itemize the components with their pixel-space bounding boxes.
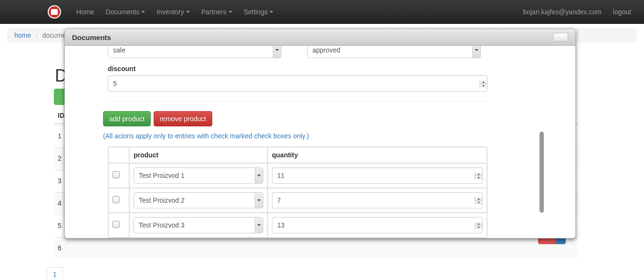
product-select-value: Test Proizvod 2 <box>139 196 185 204</box>
spinner[interactable]: ▲▼ <box>475 172 482 179</box>
product-select[interactable]: Test Proizvod 1 <box>134 167 263 184</box>
discount-label: discount <box>108 65 532 72</box>
th-quantity: quantity <box>268 147 487 163</box>
add-button-bg[interactable] <box>54 89 64 105</box>
chevron-down-icon <box>275 49 279 51</box>
spinner-down-icon[interactable]: ▼ <box>480 84 487 87</box>
breadcrumb-current: docume <box>42 31 66 39</box>
hint-text: (All acions apply only to entries with c… <box>103 132 532 140</box>
chevron-down-icon <box>229 11 232 13</box>
modal-close-button[interactable] <box>553 33 568 41</box>
quantity-input[interactable]: 7▲▼ <box>272 192 483 208</box>
spinner-up-icon[interactable]: ▲ <box>475 172 482 176</box>
spinner-down-icon[interactable]: ▼ <box>475 226 482 229</box>
brand-logo[interactable] <box>48 5 61 19</box>
nav-partners-label: Partners <box>201 8 227 16</box>
product-select[interactable]: Test Proizvod 3 <box>134 217 263 233</box>
spinner[interactable]: ▲▼ <box>479 80 487 87</box>
row-checkbox[interactable] <box>113 196 120 203</box>
quantity-value: 13 <box>277 221 285 229</box>
chevron-down-icon <box>186 11 190 13</box>
breadcrumb-home[interactable]: home <box>14 31 31 39</box>
navbar: Home Documents Inventory Partners Settin… <box>0 0 644 24</box>
row-checkbox[interactable] <box>113 221 120 228</box>
nav-logout-label: logout <box>613 8 631 16</box>
status-select-value: approved <box>312 46 340 54</box>
dropdown-toggle[interactable] <box>255 217 263 233</box>
spinner[interactable]: ▲▼ <box>475 222 482 229</box>
status-select[interactable]: approved <box>307 46 481 58</box>
chevron-down-icon <box>257 199 261 201</box>
table-row: Test Proizvod 3 13▲▼ <box>108 213 487 238</box>
chevron-down-icon <box>475 49 478 51</box>
th-product: product <box>129 147 268 163</box>
remove-product-button[interactable]: remove product <box>154 111 212 126</box>
quantity-value: 11 <box>277 172 285 179</box>
spinner-down-icon[interactable]: ▼ <box>475 201 482 204</box>
type-select-value: sale <box>113 46 125 54</box>
spinner-up-icon[interactable]: ▲ <box>475 222 482 226</box>
spinner-up-icon[interactable]: ▲ <box>480 80 487 84</box>
add-product-button[interactable]: add product <box>103 111 151 126</box>
nav-logout[interactable]: logout <box>607 1 637 23</box>
modal-header: Documents <box>65 29 575 46</box>
nav-left: Home Documents Inventory Partners Settin… <box>71 1 354 23</box>
nav-user[interactable]: bojan.kajfes@yandex.com <box>517 1 607 23</box>
spinner-down-icon[interactable]: ▼ <box>475 176 482 179</box>
chevron-down-icon <box>141 11 145 13</box>
products-table: product quantity Test Proizvod 1 11▲▼ Te… <box>108 146 488 238</box>
chevron-down-icon <box>257 175 261 176</box>
chevron-down-icon <box>270 11 273 13</box>
type-select[interactable]: sale <box>108 46 281 58</box>
scrollbar-thumb[interactable] <box>540 132 544 213</box>
table-row: Test Proizvod 2 7▲▼ <box>108 188 487 213</box>
spinner-up-icon[interactable]: ▲ <box>475 197 482 201</box>
row-checkbox[interactable] <box>113 171 120 178</box>
quantity-input[interactable]: 11▲▼ <box>272 167 483 184</box>
dropdown-toggle[interactable] <box>255 168 263 183</box>
nav-settings-label: Settings <box>244 8 268 16</box>
spinner[interactable]: ▲▼ <box>475 197 482 204</box>
product-select-value: Test Proizvod 3 <box>139 221 185 229</box>
discount-input[interactable]: 5 ▲▼ <box>108 75 488 92</box>
nav-documents[interactable]: Documents <box>100 1 151 23</box>
nav-inventory[interactable]: Inventory <box>151 1 196 23</box>
nav-home-label: Home <box>76 8 94 16</box>
modal-body: sale approved discount 5 ▲▼ add product … <box>65 46 575 238</box>
nav-partners[interactable]: Partners <box>196 1 238 23</box>
quantity-input[interactable]: 13▲▼ <box>272 217 483 233</box>
nav-documents-label: Documents <box>105 8 139 16</box>
dropdown-toggle[interactable] <box>255 193 263 208</box>
bg-row: 6 <box>55 237 578 258</box>
nav-right: bojan.kajfes@yandex.com logout <box>354 1 637 23</box>
product-select[interactable]: Test Proizvod 2 <box>134 192 263 208</box>
divider <box>108 101 488 102</box>
nav-home[interactable]: Home <box>71 1 100 23</box>
dropdown-toggle[interactable] <box>273 46 281 58</box>
discount-value: 5 <box>113 80 117 87</box>
documents-modal: Documents sale approved discount 5 ▲▼ ad… <box>64 29 576 238</box>
dropdown-toggle[interactable] <box>472 46 480 58</box>
nav-settings[interactable]: Settings <box>238 1 280 23</box>
product-select-value: Test Proizvod 1 <box>139 172 185 179</box>
breadcrumb-separator: / <box>33 31 41 39</box>
chevron-down-icon <box>257 224 261 226</box>
th-checkbox <box>108 147 129 163</box>
nav-user-label: bojan.kajfes@yandex.com <box>523 8 601 16</box>
modal-title: Documents <box>72 33 111 41</box>
pager-page-1[interactable]: 1 <box>47 267 63 279</box>
nav-inventory-label: Inventory <box>156 8 184 16</box>
table-row: Test Proizvod 1 11▲▼ <box>108 163 487 188</box>
quantity-value: 7 <box>277 196 281 204</box>
